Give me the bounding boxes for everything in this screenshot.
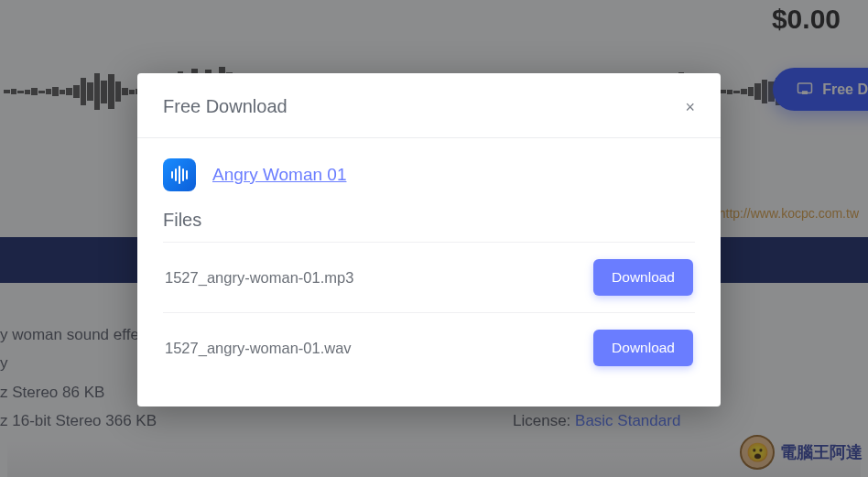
modal-header: Free Download × xyxy=(137,73,721,138)
item-title-link[interactable]: Angry Woman 01 xyxy=(212,165,346,185)
free-download-modal: Free Download × Angry Woman 01 Files 152… xyxy=(137,73,721,407)
audio-wave-icon xyxy=(163,158,196,191)
file-name: 1527_angry-woman-01.wav xyxy=(165,340,352,357)
file-row: 1527_angry-woman-01.wav Download xyxy=(163,312,695,383)
modal-title: Free Download xyxy=(163,96,288,117)
download-button[interactable]: Download xyxy=(593,259,693,296)
close-button[interactable]: × xyxy=(685,99,695,115)
download-button[interactable]: Download xyxy=(593,330,693,366)
close-icon: × xyxy=(685,98,695,116)
file-name: 1527_angry-woman-01.mp3 xyxy=(165,269,353,287)
files-heading: Files xyxy=(163,210,695,231)
item-header: Angry Woman 01 xyxy=(163,158,695,191)
modal-body: Angry Woman 01 Files 1527_angry-woman-01… xyxy=(137,138,721,407)
file-row: 1527_angry-woman-01.mp3 Download xyxy=(163,242,695,312)
